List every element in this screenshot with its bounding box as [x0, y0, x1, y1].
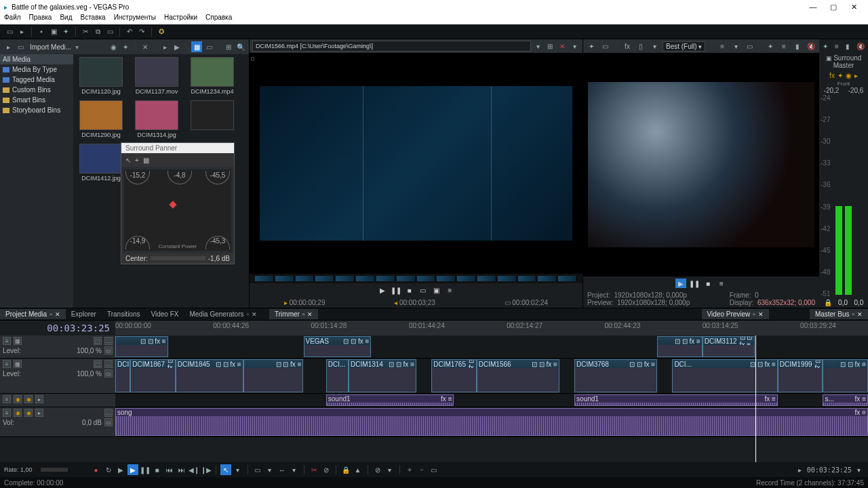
- media-get-icon[interactable]: ✦: [120, 41, 131, 52]
- video-clip[interactable]: DCIM1314⊡ ⊡ fx ≡: [349, 359, 416, 392]
- video-clip[interactable]: DCI...⊡ ⊡ fx ≡: [672, 359, 777, 392]
- panner-speaker-icon[interactable]: ↖: [125, 157, 131, 164]
- tab-trimmer[interactable]: Trimmer ▫ ✕: [269, 309, 318, 319]
- tab-media-gen[interactable]: Media Generators ▫ ✕: [184, 309, 262, 319]
- track-head-v1[interactable]: ≡▦⬚… Level:100,0 %▭: [0, 336, 115, 359]
- zoom-fit-icon[interactable]: ▭: [429, 464, 439, 475]
- maximize-button[interactable]: ▢: [823, 3, 844, 12]
- media-tree-icon[interactable]: ▸: [3, 41, 14, 52]
- audio-clip[interactable]: sound1fx ≡: [574, 394, 778, 406]
- undo-icon[interactable]: ↶: [124, 26, 135, 37]
- video-clip[interactable]: DCIM1765⊡ ⊡ fx ≡: [431, 359, 477, 392]
- trim-next-icon[interactable]: ▣: [431, 285, 442, 295]
- track-head-a2[interactable]: ≡◉◉▸… Vol:0,0 dB▭: [0, 407, 115, 437]
- copy-icon[interactable]: ⧉: [92, 26, 103, 37]
- track-head-a1[interactable]: ≡◉◉▸: [0, 394, 115, 407]
- media-thumb[interactable]: DCIM1290.jpg: [76, 100, 126, 138]
- panner-grid-icon[interactable]: ▦: [143, 157, 149, 164]
- tab-explorer[interactable]: Explorer: [66, 309, 102, 319]
- timeline-timecode[interactable]: 00:03:23:25: [0, 321, 115, 336]
- ignore-icon[interactable]: ⊘: [372, 464, 383, 475]
- what-icon[interactable]: ✪: [156, 26, 167, 37]
- del-icon[interactable]: ⊘: [321, 464, 332, 475]
- trimmer-close-icon[interactable]: ✕: [557, 41, 568, 52]
- tab-video-fx[interactable]: Video FX: [145, 309, 184, 319]
- stop-icon[interactable]: ■: [152, 464, 163, 475]
- media-thumb[interactable]: DCIM1137.mov: [132, 57, 182, 95]
- master-io-icon[interactable]: ≡: [835, 43, 839, 50]
- video-clip[interactable]: DCIM1845⊡ ⊡ fx ≡: [176, 359, 243, 392]
- track-head-v2[interactable]: ≡▦⬚… Level:100,0 %▭: [0, 359, 115, 394]
- save-icon[interactable]: ▪: [36, 26, 47, 37]
- import-media-button[interactable]: Import Medi...: [27, 43, 74, 51]
- autoripple-icon[interactable]: ↔: [277, 464, 288, 475]
- video-clip[interactable]: DCIM3768⊡ ⊡ fx ≡: [574, 359, 657, 392]
- master-meter-icon[interactable]: ▮: [846, 43, 850, 50]
- tab-master-bus[interactable]: Master Bus ▫ ✕: [810, 309, 868, 319]
- media-search-icon[interactable]: 🔍: [235, 41, 246, 52]
- prev-frame-icon[interactable]: ◀❙: [189, 464, 199, 475]
- prev-snap-icon[interactable]: ▾: [730, 41, 741, 52]
- trimmer-history-icon[interactable]: ▾: [532, 41, 543, 52]
- video-clip[interactable]: ⊡ ⊡ fx ≡: [823, 359, 868, 392]
- media-list-icon[interactable]: ▭: [15, 41, 26, 52]
- prev-split-icon[interactable]: ▯: [635, 41, 646, 52]
- prev-stop-icon[interactable]: ■: [703, 279, 713, 288]
- video-clip[interactable]: ⊡ ⊡ fx ≡: [657, 336, 703, 357]
- master-more-icon[interactable]: ▸: [854, 72, 858, 79]
- trimmer-file-path[interactable]: DCIM1566.mp4 [C:\User\Footage\Gaming\]: [252, 41, 531, 52]
- media-thumb[interactable]: DCIM1120.jpg: [76, 57, 126, 95]
- tab-project-media[interactable]: Project Media ▫ ✕: [0, 309, 66, 319]
- play-start-icon[interactable]: ▶: [115, 464, 126, 475]
- go-end-icon[interactable]: ⏭: [176, 464, 187, 475]
- tool-icon[interactable]: ▾: [233, 464, 243, 475]
- panner-add-icon[interactable]: +: [135, 157, 139, 164]
- panner-position[interactable]: [169, 201, 176, 208]
- media-tool1-icon[interactable]: ▦: [191, 41, 202, 52]
- more-tc-icon[interactable]: ▾: [853, 464, 864, 475]
- trimmer-viewer[interactable]: 0: [250, 53, 583, 274]
- media-thumb[interactable]: DCIM1314.jpg: [132, 100, 182, 138]
- prev-settings-icon[interactable]: ✦: [765, 41, 776, 52]
- go-start-icon[interactable]: ⏮: [164, 464, 175, 475]
- minimize-button[interactable]: —: [803, 3, 823, 11]
- preview-viewer[interactable]: [583, 53, 819, 277]
- menu-help[interactable]: Справка: [205, 14, 232, 24]
- trim-stop-icon[interactable]: ■: [404, 285, 415, 295]
- media-remove-icon[interactable]: ✕: [140, 41, 151, 52]
- preview-quality[interactable]: Best (Full) ▾: [663, 41, 705, 52]
- menu-file[interactable]: Файл: [4, 14, 21, 24]
- prev-overlay-icon[interactable]: ≡: [717, 41, 728, 52]
- tree-custom-bins[interactable]: Custom Bins: [0, 85, 73, 95]
- media-thumb[interactable]: [187, 100, 237, 138]
- prev-pause-icon[interactable]: ❚❚: [689, 279, 700, 288]
- pause-icon[interactable]: ❚❚: [140, 464, 151, 475]
- play-icon[interactable]: ▶: [127, 464, 138, 475]
- render-icon[interactable]: ▣: [48, 26, 59, 37]
- master-auto-icon[interactable]: ✦: [837, 72, 843, 79]
- media-views-icon[interactable]: ⊞: [223, 41, 234, 52]
- tab-transitions[interactable]: Transitions: [102, 309, 146, 319]
- media-fx-icon[interactable]: ▸: [159, 41, 170, 52]
- trim-pause-icon[interactable]: ❚❚: [391, 285, 401, 295]
- media-play-icon[interactable]: ▶: [172, 41, 182, 52]
- video-clip[interactable]: ⊡ ⊡ fx ≡: [115, 336, 168, 357]
- master-sparkle-icon[interactable]: ◉: [846, 72, 852, 79]
- tree-by-type[interactable]: Media By Type: [0, 64, 73, 75]
- video-clip[interactable]: DCIM3112⊡ ⊡ fx ≡: [703, 336, 755, 357]
- master-fx-icon[interactable]: fx: [829, 72, 835, 79]
- new-project-icon[interactable]: ▭: [4, 26, 15, 37]
- video-clip[interactable]: DCIM1999⊡ ⊡ fx ≡: [778, 359, 823, 392]
- audio-clip[interactable]: s...fx ≡: [823, 394, 868, 406]
- trimmer-grid-icon[interactable]: ⊞: [545, 41, 555, 52]
- rate-slider[interactable]: [41, 468, 68, 472]
- prev-meter-icon[interactable]: ▮: [792, 41, 803, 52]
- menu-options[interactable]: Настройки: [164, 14, 197, 24]
- prev-drop-icon[interactable]: ▾: [649, 41, 660, 52]
- transport-timecode[interactable]: 00:03:23:25: [807, 466, 852, 474]
- prev-props-icon[interactable]: ✦: [586, 41, 597, 52]
- playhead[interactable]: [755, 336, 756, 462]
- panner-pad[interactable]: -15,2 -4,8 -45,5 -14,9 -45,3 Constant Po…: [124, 169, 231, 251]
- redo-icon[interactable]: ↷: [136, 26, 147, 37]
- record-icon[interactable]: ●: [91, 464, 102, 475]
